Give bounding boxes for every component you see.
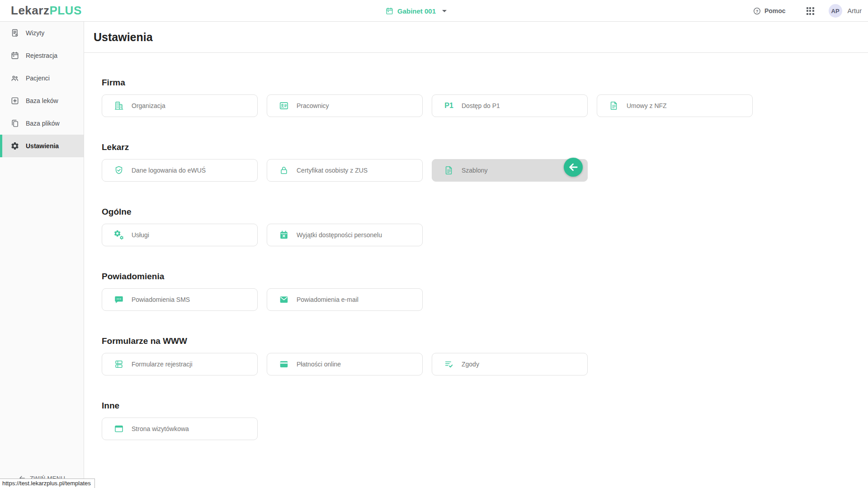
section-title: Formularze na WWW	[102, 336, 868, 346]
settings-card-dane-logowania-ewus[interactable]: Dane logowania do eWUŚ	[102, 159, 258, 182]
section-formularze-www: Formularze na WWW Formularze rejestracji	[102, 336, 868, 375]
card-label: Wyjątki dostępności personelu	[297, 231, 382, 239]
section-firma: Firma Organizacja	[102, 78, 868, 117]
help-button[interactable]: ? Pomoc	[753, 7, 786, 15]
gears-icon	[114, 230, 124, 240]
cursor-circle-arrow-left-icon	[564, 158, 583, 177]
card-label: Powiadomienia SMS	[132, 296, 190, 303]
section-title: Powiadomienia	[102, 272, 868, 282]
settings-card-dostep-do-p1[interactable]: P1 Dostęp do P1	[432, 94, 588, 117]
sidebar-item-label: Baza leków	[26, 97, 58, 104]
section-powiadomienia: Powiadomienia Powiadomienia SMS	[102, 272, 868, 311]
browser-window-icon	[114, 424, 124, 434]
card-label: Strona wizytówkowa	[132, 425, 189, 432]
card-label: Zgody	[462, 361, 479, 368]
apps-grid-icon[interactable]	[807, 7, 814, 15]
form-rows-icon	[114, 359, 124, 369]
document-icon	[444, 165, 454, 175]
settings-card-platnosci-online[interactable]: Płatności online	[267, 353, 423, 375]
building-icon	[114, 101, 124, 111]
section-inne: Inne Strona wizytówkowa	[102, 401, 868, 440]
card-label: Dostęp do P1	[462, 102, 500, 109]
settings-card-certyfikat-zus[interactable]: Certyfikat osobisty z ZUS	[267, 159, 423, 182]
settings-card-uslugi[interactable]: Usługi	[102, 224, 258, 246]
id-badge-icon	[279, 101, 289, 111]
section-title: Inne	[102, 401, 868, 411]
section-ogolne: Ogólne Usługi	[102, 207, 868, 246]
section-lekarz: Lekarz Dane logowania do eWUŚ	[102, 142, 868, 182]
p1-text-icon: P1	[444, 101, 454, 111]
settings-card-wyjatki-dostepnosci[interactable]: Wyjątki dostępności personelu	[267, 224, 423, 246]
sidebar-item-wizyty[interactable]: Wizyty	[0, 22, 84, 44]
settings-card-formularze-rejestracji[interactable]: Formularze rejestracji	[102, 353, 258, 375]
help-label: Pomoc	[764, 7, 786, 14]
calendar-icon	[10, 51, 19, 60]
card-label: Płatności online	[297, 361, 341, 368]
settings-card-powiadomienia-sms[interactable]: Powiadomienia SMS	[102, 288, 258, 311]
svg-text:?: ?	[756, 9, 759, 13]
calendar-icon	[385, 7, 394, 15]
medicine-plus-icon	[10, 96, 19, 105]
logo-part-2: PLUS	[49, 4, 81, 18]
settings-card-pracownicy[interactable]: Pracownicy	[267, 94, 423, 117]
card-label: Certyfikat osobisty z ZUS	[297, 167, 368, 174]
page-title-row: Ustawienia	[84, 22, 868, 53]
main-content: Ustawienia Firma Organizacja	[84, 22, 868, 488]
sidebar-item-ustawienia[interactable]: Ustawienia	[0, 135, 84, 157]
office-selector-label: Gabinet 001	[397, 7, 436, 15]
help-question-icon: ?	[753, 7, 761, 15]
shield-check-icon	[114, 165, 124, 175]
card-label: Szablony	[462, 167, 488, 174]
office-selector[interactable]: Gabinet 001	[385, 0, 447, 22]
visits-document-check-icon	[10, 28, 19, 38]
sidebar-item-baza-plikow[interactable]: Baza plików	[0, 112, 84, 135]
settings-card-powiadomienia-email[interactable]: Powiadomienia e-mail	[267, 288, 423, 311]
sidebar-item-rejestracja[interactable]: Rejestracja	[0, 44, 84, 67]
chat-bubble-icon	[114, 295, 124, 305]
settings-card-umowy-z-nfz[interactable]: Umowy z NFZ	[597, 94, 753, 117]
document-icon	[609, 101, 619, 111]
sidebar-item-label: Ustawienia	[26, 142, 59, 150]
list-check-icon	[444, 359, 454, 369]
card-label: Usługi	[132, 231, 149, 239]
sidebar-item-baza-lekow[interactable]: Baza leków	[0, 89, 84, 112]
patients-group-icon	[10, 74, 19, 83]
settings-card-zgody[interactable]: Zgody	[432, 353, 588, 375]
card-label: Powiadomienia e-mail	[297, 296, 359, 303]
sidebar-item-label: Rejestracja	[26, 52, 57, 59]
sidebar-item-label: Wizyty	[26, 29, 44, 37]
sidebar-item-label: Pacjenci	[26, 75, 50, 82]
section-title: Ogólne	[102, 207, 868, 217]
top-bar: LekarzPLUS Gabinet 001 ? Pomoc AP	[0, 0, 868, 22]
credit-card-icon	[279, 359, 289, 369]
link-status-tooltip: https://test.lekarzplus.pl/templates	[0, 479, 95, 488]
card-label: Umowy z NFZ	[627, 102, 667, 109]
user-name: Artur	[848, 7, 862, 14]
top-right-controls: ? Pomoc AP Artur	[753, 0, 862, 22]
sidebar: Wizyty Rejestracja Pacjenci	[0, 22, 84, 488]
section-title: Lekarz	[102, 142, 868, 152]
logo-part-1: Lekarz	[11, 4, 49, 18]
avatar[interactable]: AP	[829, 4, 842, 18]
files-copy-icon	[10, 119, 19, 128]
envelope-icon	[279, 295, 289, 305]
settings-card-organizacja[interactable]: Organizacja	[102, 94, 258, 117]
calendar-x-icon	[279, 230, 289, 240]
app-logo: LekarzPLUS	[11, 4, 82, 18]
card-label: Pracownicy	[297, 102, 329, 109]
sidebar-item-label: Baza plików	[26, 120, 60, 127]
gear-icon	[10, 141, 19, 150]
chevron-down-icon	[442, 10, 447, 12]
sidebar-item-pacjenci[interactable]: Pacjenci	[0, 67, 84, 89]
card-label: Organizacja	[132, 102, 165, 109]
page-title: Ustawienia	[94, 31, 153, 44]
card-label: Formularze rejestracji	[132, 361, 193, 368]
lock-icon	[279, 165, 289, 175]
section-title: Firma	[102, 78, 868, 88]
card-label: Dane logowania do eWUŚ	[132, 167, 206, 174]
settings-card-strona-wizytowkowa[interactable]: Strona wizytówkowa	[102, 418, 258, 440]
